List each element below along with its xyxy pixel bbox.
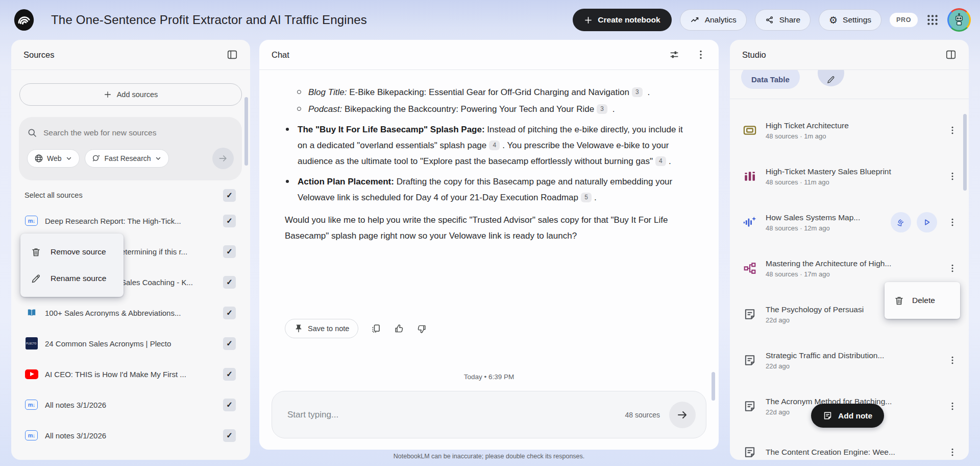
item-kebab-icon[interactable]: [947, 400, 958, 412]
search-web-input[interactable]: [43, 128, 212, 137]
remove-source-menu-item[interactable]: Remove source: [20, 239, 124, 265]
chat-settings-tune-icon[interactable]: [669, 49, 680, 60]
studio-item-title: The Content Creation Engine: Wee...: [766, 448, 939, 457]
studio-item-title: Mastering the Architecture of High...: [766, 259, 939, 268]
book-favicon-icon: [24, 307, 38, 319]
save-to-note-label: Save to note: [308, 324, 349, 333]
trash-icon: [31, 247, 41, 258]
bullet-end: .: [594, 193, 597, 202]
citation-chip[interactable]: 3: [597, 104, 607, 114]
sources-scrollbar[interactable]: [244, 97, 248, 166]
note-icon: [823, 411, 832, 421]
hollow-bullet-icon: [297, 107, 301, 111]
studio-item-note[interactable]: Strategic Traffic and Distribution... 22…: [730, 337, 969, 383]
select-all-checkbox[interactable]: ✓: [223, 189, 236, 202]
source-checkbox[interactable]: ✓: [223, 245, 236, 258]
add-sources-button[interactable]: Add sources: [19, 83, 242, 106]
play-audio-button[interactable]: [917, 212, 937, 232]
item-kebab-icon[interactable]: [947, 262, 958, 274]
source-row[interactable]: AI CEO: THIS is How I'd Make My First ..…: [11, 359, 250, 389]
notebook-title[interactable]: The One-Sentence Profit Extractor and AI…: [51, 13, 367, 27]
item-kebab-icon[interactable]: [947, 216, 958, 228]
chat-input[interactable]: [287, 410, 625, 420]
sources-header: Sources: [11, 40, 250, 70]
italic-prefix: Blog Title:: [308, 87, 347, 97]
studio-panel-title: Studio: [742, 50, 945, 60]
search-submit-button[interactable]: [212, 148, 234, 169]
source-context-menu: Remove source Rename source: [20, 234, 124, 297]
studio-scrollbar[interactable]: [963, 114, 967, 191]
chat-scrollbar[interactable]: [712, 372, 715, 401]
notebooklm-logo-icon[interactable]: [12, 8, 36, 32]
select-all-label: Select all sources: [24, 191, 83, 199]
send-message-button[interactable]: [669, 402, 696, 428]
source-checkbox[interactable]: ✓: [223, 276, 236, 289]
citation-chip[interactable]: 3: [632, 87, 643, 97]
source-checkbox[interactable]: ✓: [223, 337, 236, 350]
add-note-button[interactable]: Add note: [811, 404, 884, 428]
account-avatar[interactable]: [947, 8, 971, 32]
closing-question: Would you like me to help you write the …: [285, 212, 689, 244]
share-button[interactable]: Share: [755, 9, 811, 31]
source-row[interactable]: PLECTO 24 Common Sales Acronyms | Plecto…: [11, 328, 250, 359]
rename-source-menu-item[interactable]: Rename source: [20, 265, 124, 292]
source-checkbox[interactable]: ✓: [223, 429, 236, 442]
arrow-right-icon: [676, 409, 689, 421]
notebook-source-icon: m↓: [24, 216, 38, 226]
source-row[interactable]: m↓ All notes 3/1/2026 ✓: [11, 389, 250, 420]
edit-chip-button[interactable]: [818, 70, 844, 86]
interactive-mode-button[interactable]: [891, 212, 911, 232]
collapse-panel-icon[interactable]: [227, 49, 238, 60]
trash-icon: [894, 295, 904, 306]
studio-item[interactable]: High Ticket Architecture 48 sources · 1m…: [730, 107, 969, 153]
item-kebab-icon[interactable]: [947, 124, 958, 136]
bullet-title: The "Buy It For Life Basecamp" Splash Pa…: [298, 125, 487, 134]
globe-icon: [34, 154, 43, 163]
studio-item-note[interactable]: The Content Creation Engine: Wee...: [730, 429, 969, 460]
studio-item[interactable]: High-Ticket Mastery Sales Blueprint 48 s…: [730, 153, 969, 199]
citation-chip[interactable]: 4: [655, 156, 666, 166]
studio-item-title: High Ticket Architecture: [766, 121, 939, 130]
apps-grid-icon[interactable]: [926, 13, 939, 27]
source-checkbox[interactable]: ✓: [223, 215, 236, 227]
delete-menu-item[interactable]: Delete: [885, 288, 960, 313]
copy-icon[interactable]: [371, 323, 381, 334]
item-kebab-icon[interactable]: [947, 446, 958, 458]
source-checkbox[interactable]: ✓: [223, 307, 236, 319]
source-row[interactable]: m↓ Deep Research Report: The High-Tick..…: [11, 205, 250, 236]
source-checkbox[interactable]: ✓: [223, 399, 236, 411]
thumbs-down-icon[interactable]: [416, 323, 427, 334]
source-checkbox[interactable]: ✓: [223, 368, 236, 381]
studio-item-title: How Sales Systems Map...: [766, 213, 883, 222]
analytics-button[interactable]: Analytics: [680, 9, 747, 31]
item-kebab-icon[interactable]: [947, 170, 958, 182]
save-to-note-button[interactable]: Save to note: [285, 319, 358, 338]
chat-timestamp: Today • 6:39 PM: [259, 373, 719, 381]
create-notebook-button[interactable]: Create notebook: [573, 9, 671, 31]
notebooklm-app: The One-Sentence Profit Extractor and AI…: [0, 0, 980, 466]
studio-item-meta: 48 sources · 1m ago: [766, 132, 939, 140]
chevron-down-icon: [155, 155, 162, 162]
bullet-icon: [286, 128, 289, 131]
add-sources-label: Add sources: [117, 90, 158, 99]
share-icon: [765, 15, 774, 25]
chat-header: Chat: [259, 40, 719, 70]
audio-actions: [891, 212, 937, 232]
source-row[interactable]: m↓ All notes 3/1/2026 ✓: [11, 420, 250, 451]
search-icon: [27, 128, 37, 138]
citation-chip[interactable]: 5: [581, 193, 592, 202]
data-table-chip[interactable]: Data Table: [741, 70, 800, 89]
settings-button[interactable]: ⚙ Settings: [819, 9, 881, 31]
source-label: Sales Coaching - K...: [121, 278, 216, 287]
citation-chip[interactable]: 4: [489, 141, 500, 150]
research-mode-dropdown[interactable]: Fast Research: [85, 149, 169, 168]
chat-more-kebab-icon[interactable]: [695, 49, 706, 60]
web-filter-dropdown[interactable]: Web: [27, 149, 80, 168]
source-row[interactable]: 100+ Sales Acronyms & Abbreviations... ✓: [11, 297, 250, 328]
thumbs-up-icon[interactable]: [394, 323, 404, 334]
item-kebab-icon[interactable]: [947, 354, 958, 366]
select-all-row: Select all sources ✓: [24, 186, 236, 204]
studio-item-meta: 48 sources · 11m ago: [766, 178, 939, 186]
expand-panel-icon[interactable]: [945, 49, 957, 60]
studio-item-audio[interactable]: How Sales Systems Map... 48 sources · 12…: [730, 199, 969, 245]
